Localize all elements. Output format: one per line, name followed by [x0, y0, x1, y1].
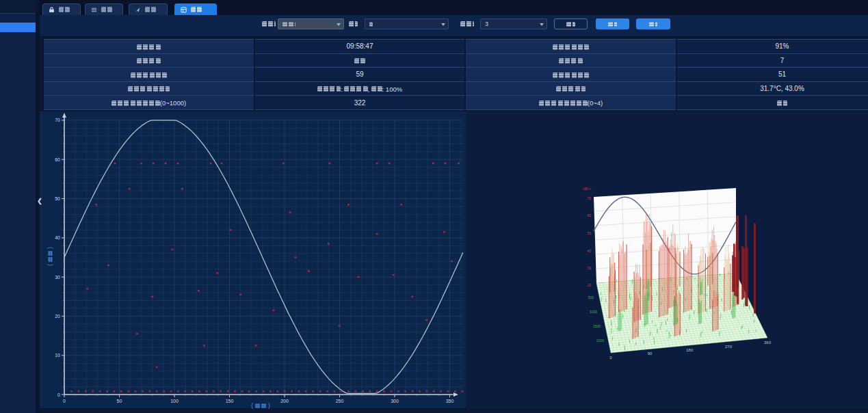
svg-text:10: 10 — [55, 353, 60, 358]
svg-text:dBm: dBm — [583, 187, 591, 191]
svg-text:70: 70 — [587, 196, 591, 200]
svg-text:40: 40 — [587, 249, 591, 253]
svg-text:1500: 1500 — [593, 324, 601, 328]
svg-text:0: 0 — [609, 356, 612, 360]
svg-text:150: 150 — [226, 399, 234, 403]
svg-text:100: 100 — [170, 399, 179, 403]
svg-text:0: 0 — [63, 399, 66, 403]
svg-text:70: 70 — [55, 118, 60, 122]
svg-text:50: 50 — [587, 231, 591, 235]
svg-text:50: 50 — [117, 399, 122, 403]
svg-text:180: 180 — [686, 348, 694, 352]
svg-text:270: 270 — [725, 345, 733, 349]
svg-text:40: 40 — [55, 235, 60, 240]
svg-text:2000: 2000 — [596, 338, 604, 343]
svg-text:350: 350 — [446, 399, 454, 403]
svg-text:50: 50 — [55, 196, 60, 201]
svg-text:60: 60 — [55, 157, 60, 162]
svg-text:30: 30 — [587, 266, 591, 270]
svg-text:200: 200 — [280, 399, 289, 403]
svg-text:360: 360 — [764, 341, 772, 345]
svg-text:250: 250 — [336, 399, 344, 403]
svg-text:500: 500 — [588, 295, 594, 299]
svg-text:60: 60 — [587, 213, 591, 217]
svg-text:30: 30 — [55, 275, 60, 280]
svg-text:0: 0 — [57, 392, 60, 397]
svg-text:300: 300 — [391, 399, 399, 403]
svg-text:20: 20 — [587, 283, 591, 287]
svg-text:20: 20 — [55, 314, 60, 319]
svg-text:1000: 1000 — [590, 310, 597, 314]
svg-text:90: 90 — [648, 351, 653, 356]
